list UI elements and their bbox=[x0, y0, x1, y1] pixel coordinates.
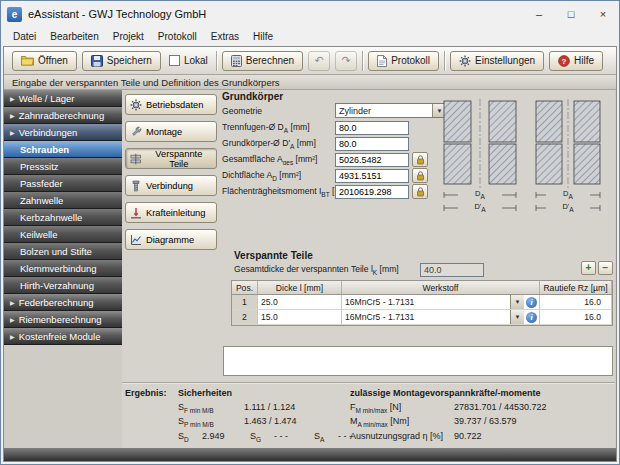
plus-icon: + bbox=[586, 263, 592, 273]
sidebar-item-presssitz[interactable]: Presssitz bbox=[4, 158, 122, 175]
window-controls: – □ × bbox=[523, 1, 619, 27]
title-bar[interactable]: e eAssistant - GWJ Technology GmbH – □ × bbox=[1, 1, 619, 27]
open-button[interactable]: Öffnen bbox=[12, 51, 77, 71]
werkstoff-select[interactable]: 16MnCr5 - 1.7131 ▼ i bbox=[342, 310, 540, 324]
label-text: [mm²] bbox=[293, 154, 317, 164]
trennfugen-input[interactable] bbox=[335, 121, 409, 135]
nav-montage-button[interactable]: Montage bbox=[125, 121, 217, 142]
info-icon[interactable]: i bbox=[526, 297, 537, 308]
sidebar-item-hirth-verzahnung[interactable]: Hirth-Verzahnung bbox=[4, 277, 122, 294]
sg-value: - - - bbox=[274, 431, 288, 441]
nav-betriebsdaten-button[interactable]: Betriebsdaten bbox=[125, 94, 217, 115]
rautiefe-cell[interactable]: 16.0 bbox=[540, 295, 612, 309]
add-row-button[interactable]: + bbox=[581, 261, 596, 275]
label-text: [mm] bbox=[288, 122, 309, 132]
toolbar: Öffnen Speichern Lokal Berechnen ↶ ↷ Pro… bbox=[4, 47, 616, 75]
sidebar-item-klemmverbindung[interactable]: Klemmverbindung bbox=[4, 260, 122, 277]
menu-projekt[interactable]: Projekt bbox=[106, 29, 151, 44]
sidebar-item-label: Kerbzahnwelle bbox=[20, 212, 82, 223]
trennfugen-row: Trennfugen-Ø DA [mm] bbox=[222, 120, 409, 135]
gesamtflaeche-input[interactable] bbox=[335, 153, 409, 167]
chevron-down-icon[interactable]: ▼ bbox=[510, 310, 524, 324]
sidebar-item-kostenfreie-module[interactable]: ▶Kostenfreie Module bbox=[4, 328, 122, 345]
sidebar-item-riemenberechnung[interactable]: ▶Riemenberechnung bbox=[4, 311, 122, 328]
parts-table: Pos. Dicke l [mm] Werkstoff Rautiefe Rz … bbox=[231, 280, 613, 326]
info-bar: Eingabe der verspannten Teile und Defini… bbox=[4, 75, 616, 90]
lock-button[interactable] bbox=[412, 168, 428, 183]
chevron-down-icon[interactable]: ▼ bbox=[510, 295, 524, 309]
nav-krafteinleitung-button[interactable]: Krafteinleitung bbox=[125, 202, 217, 223]
folder-icon bbox=[21, 55, 34, 66]
sidebar-item-federberechnung[interactable]: ▶Federberechnung bbox=[4, 294, 122, 311]
sidebar-item-zahnwelle[interactable]: Zahnwelle bbox=[4, 192, 122, 209]
settings-button[interactable]: Einstellungen bbox=[450, 51, 544, 71]
undo-button[interactable]: ↶ bbox=[308, 51, 330, 71]
sidebar: ▶Welle / Lager ▶Zahnradberechnung ▶Verbi… bbox=[4, 90, 122, 345]
remove-row-button[interactable]: − bbox=[598, 261, 613, 275]
sidebar-item-welle-lager[interactable]: ▶Welle / Lager bbox=[4, 90, 122, 107]
minimize-button[interactable]: – bbox=[523, 1, 555, 27]
menu-hilfe[interactable]: Hilfe bbox=[246, 29, 280, 44]
nav-label: Betriebsdaten bbox=[146, 100, 203, 110]
nav-verbindung-button[interactable]: Verbindung bbox=[125, 175, 217, 196]
werkstoff-select[interactable]: 16MnCr5 - 1.7131 ▼ i bbox=[342, 295, 540, 309]
local-label: Lokal bbox=[184, 55, 208, 66]
montage-title: zulässige Montagevorspannkräfte/-momente bbox=[350, 388, 541, 398]
menu-bearbeiten[interactable]: Bearbeiten bbox=[43, 29, 105, 44]
dichtflaeche-input[interactable] bbox=[335, 169, 409, 183]
sidebar-item-schrauben[interactable]: Schrauben bbox=[4, 141, 122, 158]
col-dicke: Dicke l [mm] bbox=[258, 281, 342, 294]
menu-protokoll[interactable]: Protokoll bbox=[151, 29, 204, 44]
info-bar-text: Eingabe der verspannten Teile und Defini… bbox=[12, 77, 280, 88]
sd-label: SD bbox=[178, 431, 189, 443]
nav-verspannte-teile-button[interactable]: Verspannte Teile bbox=[125, 148, 217, 169]
document-icon bbox=[377, 55, 387, 67]
maximize-button[interactable]: □ bbox=[555, 1, 587, 27]
gesamtdicke-label: Gesamtdicke der verspannten Teile lK [mm… bbox=[234, 264, 420, 276]
geometrie-select[interactable]: Zylinder ▼ bbox=[335, 103, 447, 118]
floppy-icon bbox=[91, 55, 103, 67]
grundkoerper-durchmesser-input[interactable] bbox=[335, 137, 409, 151]
gesamtflaeche-row: Gesamtfläche Ages [mm²] bbox=[222, 152, 428, 167]
sg-label: SG bbox=[250, 431, 261, 443]
sidebar-item-kerbzahnwelle[interactable]: Kerbzahnwelle bbox=[4, 209, 122, 226]
traegheitsmoment-row: Flächenträgheitsmoment IBT [mm⁴] bbox=[222, 184, 428, 199]
toolbar-separator bbox=[362, 51, 363, 71]
lock-icon bbox=[416, 155, 425, 165]
protocol-button[interactable]: Protokoll bbox=[368, 51, 439, 71]
werkstoff-value: 16MnCr5 - 1.7131 bbox=[342, 312, 510, 322]
sidebar-item-keilwelle[interactable]: Keilwelle bbox=[4, 226, 122, 243]
sidebar-item-bolzen-und-stifte[interactable]: Bolzen und Stifte bbox=[4, 243, 122, 260]
info-icon[interactable]: i bbox=[526, 312, 537, 323]
screw-icon bbox=[130, 180, 142, 192]
save-button[interactable]: Speichern bbox=[82, 51, 161, 71]
dim-label-da-left: DA bbox=[458, 190, 502, 201]
sidebar-item-zahnradberechnung[interactable]: ▶Zahnradberechnung bbox=[4, 107, 122, 124]
close-button[interactable]: × bbox=[587, 1, 619, 27]
label-text: Gesamtfläche A bbox=[222, 154, 283, 164]
menu-datei[interactable]: Datei bbox=[6, 29, 43, 44]
app-window: e eAssistant - GWJ Technology GmbH – □ ×… bbox=[0, 0, 620, 465]
label-text: M bbox=[350, 416, 358, 426]
app-frame: Öffnen Speichern Lokal Berechnen ↶ ↷ Pro… bbox=[3, 46, 617, 462]
dicke-cell[interactable]: 25.0 bbox=[258, 295, 342, 309]
label-sub: ges bbox=[283, 158, 293, 165]
calculate-button[interactable]: Berechnen bbox=[222, 51, 303, 71]
lock-button[interactable] bbox=[412, 152, 428, 167]
traegheitsmoment-input[interactable] bbox=[335, 185, 409, 199]
sidebar-item-verbindungen[interactable]: ▶Verbindungen bbox=[4, 124, 122, 141]
table-row: 2 15.0 16MnCr5 - 1.7131 ▼ i 16.0 bbox=[232, 310, 612, 325]
local-checkbox-group[interactable]: Lokal bbox=[166, 55, 211, 66]
menu-extras[interactable]: Extras bbox=[204, 29, 246, 44]
rautiefe-cell[interactable]: 16.0 bbox=[540, 310, 612, 324]
sidebar-item-passfeder[interactable]: Passfeder bbox=[4, 175, 122, 192]
local-checkbox[interactable] bbox=[169, 55, 180, 66]
save-label: Speichern bbox=[107, 55, 152, 66]
dicke-cell[interactable]: 15.0 bbox=[258, 310, 342, 324]
sa-label: SA bbox=[314, 431, 324, 443]
help-button[interactable]: ? Hilfe bbox=[549, 51, 603, 71]
redo-button[interactable]: ↷ bbox=[335, 51, 357, 71]
nav-diagramme-button[interactable]: Diagramme bbox=[125, 229, 217, 250]
werkstoff-value: 16MnCr5 - 1.7131 bbox=[342, 297, 510, 307]
lock-button[interactable] bbox=[412, 184, 428, 199]
